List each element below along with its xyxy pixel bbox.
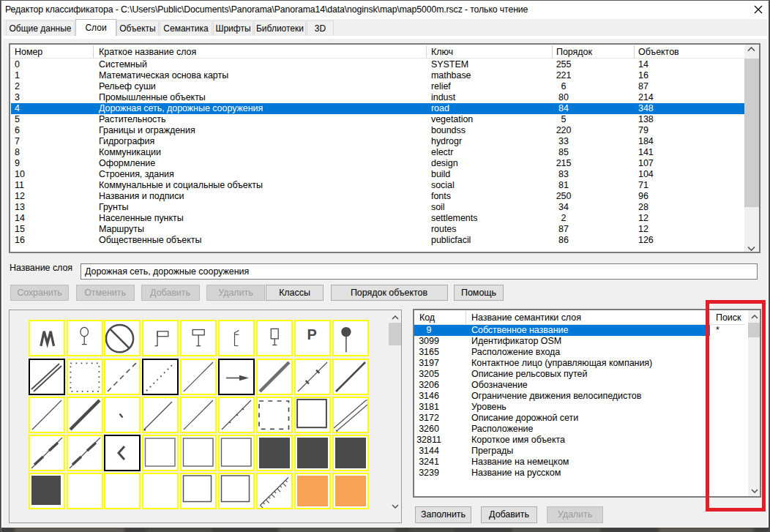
svg-text:P: P (307, 326, 316, 342)
